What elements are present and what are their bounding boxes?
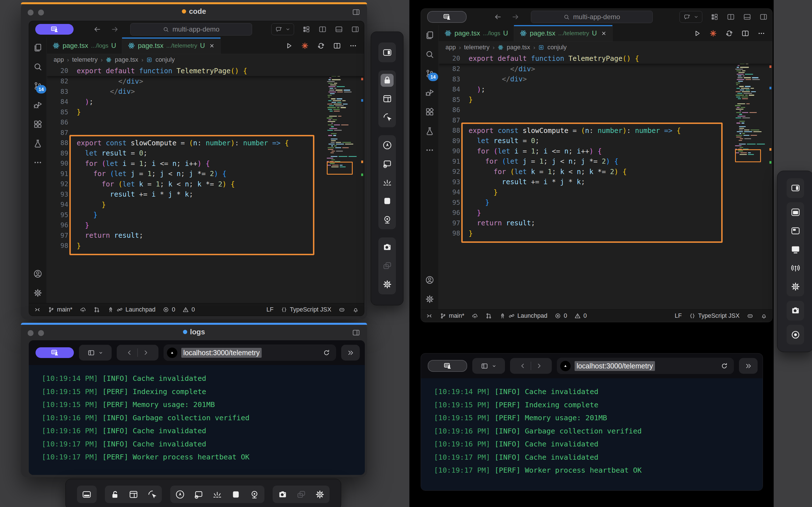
status-item[interactable]: TypeScript JSX [689,313,740,320]
tab-close-icon[interactable] [601,31,607,36]
breadcrumb-item[interactable]: telemetry [464,44,490,51]
workspace-search[interactable]: multi-app-demo [531,11,653,23]
copilot-chat-button[interactable] [679,11,702,23]
tab-telemetry[interactable]: page.tsx.../telemetryU [122,38,221,54]
status-item[interactable] [747,313,753,319]
window-control-dot[interactable] [28,330,34,336]
toolbar-broadcast-button[interactable] [789,262,802,274]
screen-share-pill[interactable] [427,11,467,23]
toolbar-gear-button[interactable] [789,280,802,293]
status-item[interactable] [34,306,41,313]
toolbar-cursor-click-button[interactable] [146,488,158,501]
status-item[interactable] [426,313,433,319]
toolbar-window-minus-button[interactable] [380,157,394,170]
activity-debug-button[interactable] [424,87,435,98]
toolbar-pen-circle-button[interactable] [380,138,394,152]
toolbar-square-fill-button[interactable] [230,488,243,501]
activity-files-button[interactable] [32,42,43,53]
more-tools-button[interactable] [739,358,758,374]
breadcrumb-item[interactable]: page.tsx [115,56,138,63]
window-control-dot[interactable] [38,330,44,336]
page-back-icon[interactable] [126,349,133,356]
activity-account-button[interactable] [424,274,435,286]
toolbar-camera-button[interactable] [276,488,289,501]
run-button-icon[interactable] [285,42,293,50]
activity-gear-button[interactable] [32,287,43,298]
toolbar-layout-button[interactable] [127,488,140,501]
activity-account-button[interactable] [32,268,43,279]
toolbar-cursor-click-button[interactable] [380,111,394,124]
toolbar-camera-button[interactable] [380,241,394,254]
toolbar-webcam-button[interactable] [380,213,394,226]
sync-button-icon[interactable] [317,42,325,50]
toolbar-panel-right-button[interactable] [380,46,394,59]
tab-logs[interactable]: page.tsx.../logsU [439,25,514,41]
activity-files-button[interactable] [424,30,435,41]
toolbar-copies-button[interactable] [295,488,308,501]
status-item[interactable] [339,306,345,313]
breadcrumb-item[interactable]: conjuly [155,56,174,63]
window-control-dot[interactable] [28,10,34,15]
activity-ellipsis-button[interactable] [424,145,435,156]
history-back-icon[interactable] [494,13,502,21]
history-back-icon[interactable] [93,25,101,34]
activity-gear-button[interactable] [424,293,435,305]
reload-icon[interactable] [322,349,331,356]
status-item[interactable] [472,313,478,319]
activity-extensions-button[interactable] [424,106,435,117]
workspace-search[interactable]: multi-app-demo [130,23,252,36]
sidebar-menu-button[interactable] [472,358,505,374]
window-panel-toggle-icon[interactable] [352,8,360,16]
toggle-panel-button-icon[interactable] [743,13,751,21]
split-editor-button-icon[interactable] [741,29,749,38]
reload-icon[interactable] [720,362,728,370]
toolbar-camera-button[interactable] [789,304,802,317]
status-item[interactable] [352,306,359,313]
toolbar-webcam-button[interactable] [248,488,261,501]
status-item[interactable] [94,306,100,313]
page-back-icon[interactable] [519,362,526,370]
activity-search-button[interactable] [424,49,435,60]
breadcrumb-item[interactable]: conjuly [547,44,566,51]
toolbar-square-fill-button[interactable] [380,194,394,207]
toolbar-layout-button[interactable] [380,93,394,105]
split-editor-button-icon[interactable] [318,25,327,34]
activity-beaker-button[interactable] [424,125,435,136]
status-item[interactable]: main* [440,313,464,320]
activity-search-button[interactable] [32,61,43,72]
toolbar-panel-bottom-button[interactable] [80,488,93,501]
breadcrumb-item[interactable]: page.tsx [507,44,530,51]
activity-scm-button[interactable]: 14 [32,80,43,92]
extension-action-button-icon[interactable] [709,29,717,38]
sync-button-icon[interactable] [725,29,733,38]
toolbar-rays-button[interactable] [211,488,224,501]
toolbar-lock-button[interactable] [380,74,394,87]
screen-share-pill[interactable] [35,24,73,35]
activity-scm-button[interactable]: 14 [424,68,435,79]
activity-beaker-button[interactable] [32,138,43,149]
breadcrumb-item[interactable]: app [446,44,456,51]
tab-telemetry[interactable]: page.tsx.../telemetryU [514,25,613,41]
toggle-sidebar-button-icon[interactable] [759,13,768,21]
window-control-dot[interactable] [38,10,44,15]
status-item[interactable] [80,306,86,313]
toolbar-gear-button[interactable] [313,488,326,501]
toggle-sidebar-button-icon[interactable] [351,25,359,34]
status-item[interactable]: LF [675,313,682,320]
status-item[interactable]: Launchpad [107,306,155,313]
status-item[interactable] [761,313,767,319]
status-item[interactable]: 0 [555,313,567,320]
tab-close-icon[interactable] [209,43,215,49]
breadcrumb-item[interactable]: telemetry [72,56,98,63]
history-forward-icon[interactable] [511,13,520,21]
run-button-icon[interactable] [693,29,701,38]
toolbar-copies-button[interactable] [380,260,394,272]
toolbar-panel-right-button[interactable] [789,182,802,194]
toolbar-rays-button[interactable] [380,176,394,189]
history-forward-icon[interactable] [110,25,119,34]
split-editor-button-icon[interactable] [726,13,735,21]
split-editor-button-icon[interactable] [333,42,341,50]
extension-action-button-icon[interactable] [301,42,309,50]
status-item[interactable]: main* [48,306,72,313]
copilot-chat-button[interactable] [271,23,294,35]
